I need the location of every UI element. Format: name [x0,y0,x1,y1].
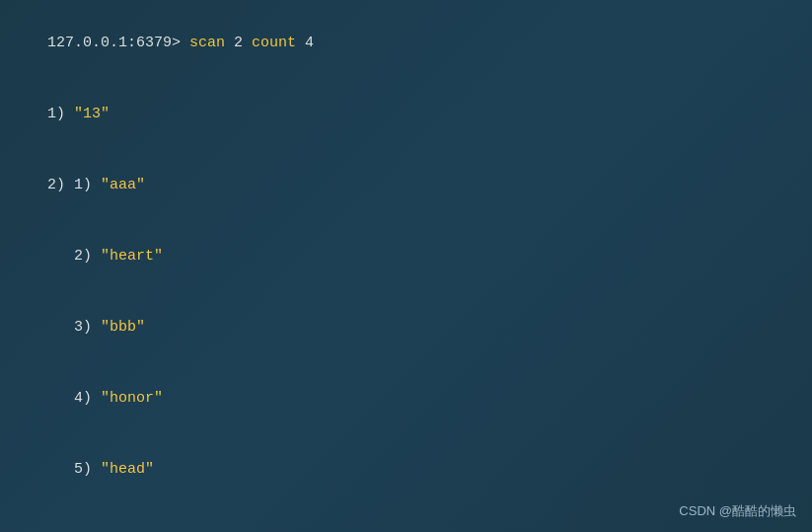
command-count: count [252,35,296,51]
result-line-5: 4) "honor" [12,363,800,434]
result-value: "heart" [101,248,163,265]
command-keyword: scan [189,35,225,51]
result-value: "aaa" [101,177,145,193]
result-line-4: 3) "bbb" [12,292,800,363]
result-line-1: 1) "13" [12,79,800,150]
command-args2: 4 [296,35,314,51]
result-index: 2) [47,248,101,265]
result-index: 1) [47,106,74,122]
result-line-3: 2) "heart" [12,221,800,292]
result-value: "13" [74,106,110,122]
terminal-line: 127.0.0.1:6379> scan 2 count 4 [12,8,800,79]
result-value: "bbb" [101,319,145,336]
terminal-window: 127.0.0.1:6379> scan 2 count 4 1) "13" 2… [0,0,812,532]
result-index: 3) [47,319,101,336]
result-value: "honor" [101,390,163,407]
result-line-6: 5) "head" [12,434,800,505]
command-args: 2 [225,35,252,51]
result-index: 5) [47,461,101,478]
prompt-text: 127.0.0.1:6379> [47,35,189,51]
result-index: 2) 1) [47,177,101,193]
result-index: 4) [47,390,101,407]
result-line-2: 2) 1) "aaa" [12,150,800,221]
watermark-text: CSDN @酷酷的懒虫 [679,502,796,520]
result-value: "head" [101,461,154,478]
